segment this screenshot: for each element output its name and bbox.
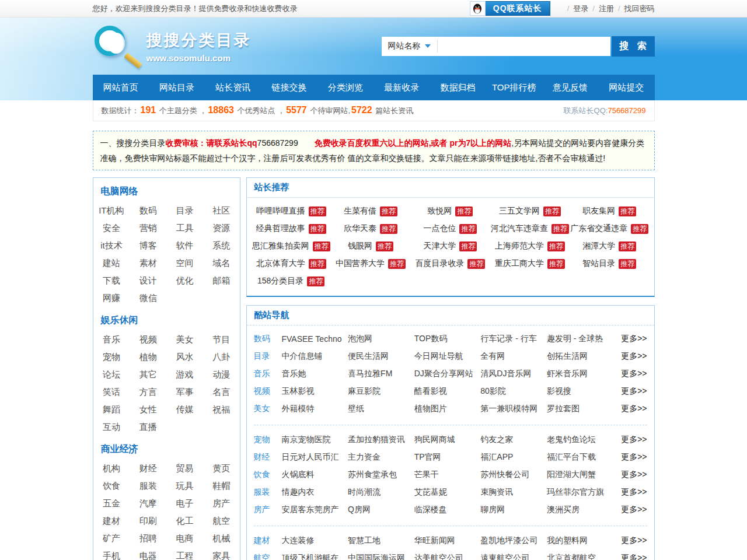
sidebar-category-link[interactable]: 资源 bbox=[203, 219, 240, 237]
sidebar-category-link[interactable]: 机构 bbox=[93, 460, 130, 477]
coolnav-site-link[interactable]: 南京宠物医院 bbox=[282, 435, 348, 445]
topbar-link[interactable]: 登录 bbox=[573, 4, 588, 14]
sidebar-category-link[interactable]: 女性 bbox=[130, 401, 166, 418]
sidebar-category-link[interactable]: 饮食 bbox=[93, 477, 130, 495]
sidebar-category-link[interactable]: 笑话 bbox=[93, 383, 130, 401]
sidebar-category-link[interactable]: 素材 bbox=[130, 254, 166, 272]
coolnav-site-link[interactable]: 玉林影视 bbox=[282, 386, 348, 397]
sidebar-category-link[interactable]: 房产 bbox=[203, 495, 240, 512]
coolnav-site-link[interactable]: 主力资金 bbox=[348, 452, 414, 463]
nav-item[interactable]: 数据归档 bbox=[430, 75, 486, 100]
coolnav-site-link[interactable]: 麻豆影院 bbox=[348, 386, 414, 397]
sidebar-category-link[interactable]: 汽摩 bbox=[130, 495, 166, 512]
sidebar-category-link[interactable]: 域名 bbox=[203, 254, 240, 272]
sidebar-category-link[interactable]: 设计 bbox=[130, 272, 166, 289]
nav-item[interactable]: 网站首页 bbox=[93, 75, 149, 100]
coolnav-site-link[interactable]: 音乐她 bbox=[282, 369, 348, 379]
recommend-site-link[interactable]: 欣华天泰 bbox=[344, 223, 376, 234]
recommend-site-link[interactable]: 经典哲理故事 bbox=[256, 223, 305, 234]
sidebar-category-link[interactable]: 五金 bbox=[93, 495, 130, 512]
recommend-site-link[interactable]: 钱眼网 bbox=[348, 241, 372, 251]
coolnav-more-link[interactable]: 更多>> bbox=[621, 386, 647, 397]
site-logo[interactable]: 搜搜分类目录 www.sosomulu.com bbox=[93, 24, 252, 68]
coolnav-site-link[interactable]: 苏州快餐公司 bbox=[480, 470, 547, 480]
coolnav-category-link[interactable]: 数码 bbox=[254, 334, 282, 344]
coolnav-site-link[interactable]: 酷看影视 bbox=[414, 386, 481, 397]
sidebar-category-link[interactable]: 软件 bbox=[166, 237, 203, 254]
sidebar-category-link[interactable]: it技术 bbox=[93, 237, 130, 254]
nav-item[interactable]: 链接交换 bbox=[261, 75, 317, 100]
coolnav-site-link[interactable]: 喜马拉雅FM bbox=[348, 369, 414, 379]
sidebar-category-link[interactable]: 舞蹈 bbox=[93, 401, 130, 418]
sidebar-category-link[interactable]: 其它 bbox=[130, 366, 166, 383]
coolnav-site-link[interactable]: 趣发明 - 全球热 bbox=[547, 334, 613, 344]
coolnav-site-link[interactable]: TOP数码 bbox=[414, 334, 481, 344]
coolnav-site-link[interactable]: 第一兼职模特网 bbox=[480, 404, 547, 414]
recommend-site-link[interactable]: 中国营养大学 bbox=[336, 258, 385, 269]
nav-item[interactable]: 网站目录 bbox=[149, 75, 205, 100]
coolnav-site-link[interactable]: 聊房网 bbox=[480, 505, 547, 515]
recommend-site-link[interactable]: 三五文学网 bbox=[499, 206, 540, 216]
coolnav-more-link[interactable]: 更多>> bbox=[621, 553, 647, 560]
coolnav-site-link[interactable]: 清风DJ音乐网 bbox=[480, 369, 547, 379]
coolnav-more-link[interactable]: 更多>> bbox=[621, 470, 647, 480]
sidebar-category-link[interactable]: 名言 bbox=[203, 383, 240, 401]
coolnav-site-link[interactable]: 福汇平台下载 bbox=[547, 452, 613, 463]
sidebar-category-link[interactable]: 工具 bbox=[166, 219, 203, 237]
sidebar-category-link[interactable]: 建站 bbox=[93, 254, 130, 272]
sidebar-category-link[interactable]: 矿产 bbox=[93, 530, 130, 547]
nav-item[interactable]: 网站提交 bbox=[598, 75, 654, 100]
sidebar-category-link[interactable]: 社区 bbox=[203, 202, 240, 219]
coolnav-site-link[interactable]: 临深楼盘 bbox=[414, 505, 481, 515]
sidebar-category-link[interactable]: 电子 bbox=[166, 495, 203, 512]
sidebar-category-link[interactable]: 博客 bbox=[130, 237, 166, 254]
qq-contact-button[interactable]: QQ联系站长 bbox=[470, 1, 550, 16]
coolnav-category-link[interactable]: 美女 bbox=[254, 404, 282, 414]
sidebar-category-link[interactable]: 家具 bbox=[203, 547, 240, 560]
recommend-site-link[interactable]: 思汇雅集拍卖网 bbox=[252, 241, 309, 251]
recommend-site-link[interactable]: 北京体育大学 bbox=[256, 258, 305, 269]
sidebar-category-link[interactable]: 招聘 bbox=[130, 530, 166, 547]
coolnav-site-link[interactable]: 顶级飞机游艇在 bbox=[282, 553, 348, 560]
sidebar-category-link[interactable]: 下载 bbox=[93, 272, 130, 289]
coolnav-category-link[interactable]: 建材 bbox=[254, 536, 282, 546]
sidebar-category-link[interactable]: 游戏 bbox=[166, 366, 203, 383]
coolnav-site-link[interactable]: 澳洲买房 bbox=[547, 505, 613, 515]
sidebar-category-link[interactable]: 化工 bbox=[166, 512, 203, 530]
coolnav-more-link[interactable]: 更多>> bbox=[621, 404, 647, 414]
nav-item[interactable]: 站长资讯 bbox=[205, 75, 261, 100]
coolnav-site-link[interactable]: 束胸资讯 bbox=[480, 487, 547, 498]
recommend-site-link[interactable]: 河北汽车违章查 bbox=[491, 223, 548, 234]
coolnav-site-link[interactable]: 外籍模特 bbox=[282, 404, 348, 414]
recommend-site-link[interactable]: 生菜有借 bbox=[344, 206, 376, 216]
coolnav-site-link[interactable]: 钓友之家 bbox=[480, 435, 547, 445]
sidebar-category-link[interactable]: 优化 bbox=[166, 272, 203, 289]
sidebar-category-link[interactable]: 互动 bbox=[93, 418, 130, 436]
coolnav-site-link[interactable]: 遠東航空公司 bbox=[480, 553, 547, 560]
coolnav-site-link[interactable]: 北京首都航空 bbox=[547, 553, 613, 560]
coolnav-site-link[interactable]: 智慧工地 bbox=[348, 536, 414, 546]
coolnav-category-link[interactable]: 房产 bbox=[254, 505, 282, 515]
coolnav-site-link[interactable]: 达美航空公司 bbox=[414, 553, 481, 560]
coolnav-site-link[interactable]: 壁纸 bbox=[348, 404, 414, 414]
sidebar-category-link[interactable]: 建材 bbox=[93, 512, 130, 530]
sidebar-category-link[interactable]: 玩具 bbox=[166, 477, 203, 495]
recommend-site-link[interactable]: 158分类目录 bbox=[257, 276, 303, 286]
nav-item[interactable]: 意见反馈 bbox=[542, 75, 598, 100]
coolnav-site-link[interactable]: 中介信息铺 bbox=[282, 351, 348, 362]
coolnav-site-link[interactable]: 芒果干 bbox=[414, 470, 481, 480]
coolnav-site-link[interactable]: 创拓生活网 bbox=[547, 351, 613, 362]
coolnav-category-link[interactable]: 视频 bbox=[254, 386, 282, 397]
coolnav-site-link[interactable]: 中国国际海运网 bbox=[348, 553, 414, 560]
coolnav-site-link[interactable]: 便民生活网 bbox=[348, 351, 414, 362]
coolnav-site-link[interactable]: 华旺新闻网 bbox=[414, 536, 481, 546]
coolnav-more-link[interactable]: 更多>> bbox=[621, 435, 647, 445]
sidebar-category-link[interactable]: 服装 bbox=[130, 477, 166, 495]
search-category-select[interactable]: 网站名称 bbox=[382, 40, 438, 52]
sidebar-category-link[interactable]: 营销 bbox=[130, 219, 166, 237]
coolnav-site-link[interactable]: 情趣内衣 bbox=[282, 487, 348, 498]
sidebar-category-link[interactable]: 宠物 bbox=[93, 348, 130, 366]
nav-item[interactable]: 分类浏览 bbox=[317, 75, 374, 100]
coolnav-site-link[interactable]: 今日网址导航 bbox=[414, 351, 481, 362]
recommend-site-link[interactable]: 一点仓位 bbox=[423, 223, 456, 234]
